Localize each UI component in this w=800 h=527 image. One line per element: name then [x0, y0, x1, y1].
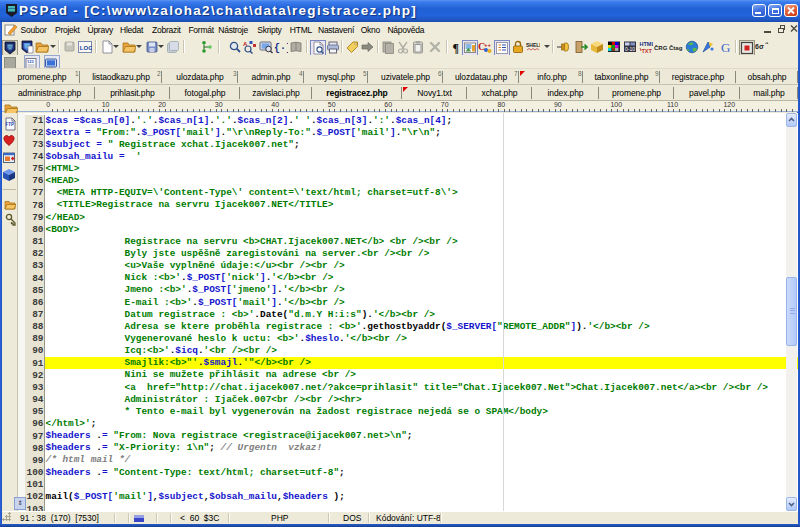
- svg-text:{·}: {·}: [274, 43, 288, 54]
- svg-text:++: ++: [484, 42, 492, 48]
- svg-text:HTML: HTML: [640, 41, 654, 47]
- svg-text:FTP: FTP: [6, 122, 15, 127]
- svg-text:LOG: LOG: [80, 45, 92, 51]
- svg-text:SHELL: SHELL: [526, 42, 540, 48]
- svg-text:TXT: TXT: [642, 48, 653, 54]
- svg-text:123: 123: [27, 59, 34, 64]
- svg-text:¶: ¶: [453, 41, 459, 55]
- svg-text:ČRG: ČRG: [654, 45, 668, 51]
- svg-text:G: G: [721, 40, 730, 54]
- svg-text:Čtag: Čtag: [669, 45, 683, 51]
- svg-text:0-10: 0-10: [625, 46, 635, 52]
- svg-text:6σ: 6σ: [755, 43, 764, 50]
